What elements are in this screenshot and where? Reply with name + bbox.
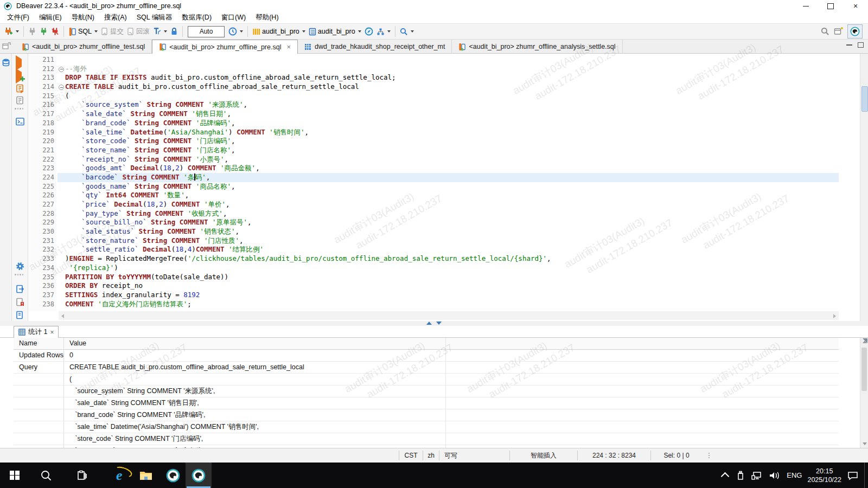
tray-chevron-up-icon[interactable] [721, 472, 730, 481]
grid-row-5[interactable]: `brand_code` String COMMENT '品牌编码', [14, 409, 839, 421]
maximize-button[interactable] [818, 0, 843, 12]
grid-row-3[interactable]: `source_system` String COMMENT '来源系统', [14, 386, 839, 397]
execute-new-tab-button[interactable] [16, 72, 25, 81]
start-button[interactable] [2, 463, 27, 488]
task-view-button[interactable] [76, 463, 88, 488]
code-line-233: 233)ENGINE = ReplicatedMergeTree('/click… [28, 254, 839, 264]
menu-item-a[interactable]: 搜索(A) [99, 12, 132, 23]
statistics-grid[interactable]: NameValueUpdated Rows0QueryCREATE TABLE … [14, 338, 839, 448]
menu-item-w[interactable]: 窗口(W) [216, 12, 251, 23]
commit-button[interactable]: 提交 [99, 26, 125, 37]
fold-margin [58, 146, 65, 155]
lock-button[interactable] [169, 26, 180, 37]
invalidate-button[interactable] [49, 26, 61, 37]
execute-script-button[interactable] [16, 84, 25, 93]
dbeaver-perspective-button[interactable] [847, 24, 863, 38]
editor-tab-3[interactable]: <audit_bi_pro> zhumr_offline_analysis_se… [452, 40, 622, 54]
rollback-button[interactable]: 回滚 [125, 26, 151, 37]
reconnect-button[interactable] [38, 26, 49, 37]
editor-tab-0[interactable]: <audit_bi_pro> zhumr_offline_test.sql [15, 40, 152, 54]
panel-sash[interactable] [0, 321, 868, 326]
menu-item-n[interactable]: 导航(N) [67, 12, 99, 23]
scrollbar-thumb[interactable] [861, 348, 867, 391]
scrollbar-thumb[interactable] [861, 86, 868, 112]
code-line-211: 211 [28, 55, 839, 65]
doc-extra-button[interactable] [16, 311, 25, 320]
editor-tab-2[interactable]: dwd_trade_hkaudit_shop_receipt_other_mt [298, 40, 452, 54]
transaction-mode-button[interactable] [151, 26, 169, 37]
database-selector[interactable]: audit_bi_pro [251, 27, 307, 37]
action-center-icon[interactable] [847, 470, 859, 481]
explain-plan-button[interactable] [16, 96, 25, 105]
restore-view-icon[interactable] [1, 41, 14, 54]
show-desktop-separator[interactable] [864, 463, 865, 488]
editor-tab-1[interactable]: <audit_bi_pro> zhumr_offline_pre.sql× [152, 40, 298, 54]
close-icon[interactable]: × [286, 43, 291, 51]
grid-col-value[interactable]: Value [64, 338, 446, 349]
grid-row-7[interactable]: `store_code` String COMMENT '门店编码', [14, 433, 839, 445]
dbeaver-taskbar-button[interactable] [166, 463, 180, 488]
scroll-down-icon[interactable] [863, 442, 867, 445]
maximize-panel-icon[interactable] [858, 42, 864, 48]
grid-row-0[interactable]: Updated Rows0 [14, 350, 839, 362]
current-line: `barcode` String COMMENT '条码', [58, 173, 839, 182]
disconnect-button[interactable] [27, 26, 38, 37]
dbeaver-active-taskbar-button[interactable] [186, 463, 212, 488]
grid-row-6[interactable]: `sale_time` Datetime('Asia/Shanghai') CO… [14, 421, 839, 433]
editor-horizontal-scrollbar[interactable] [59, 311, 839, 320]
new-connection-button[interactable] [2, 26, 21, 37]
scroll-left-icon[interactable] [61, 314, 64, 318]
grid-row-1[interactable]: QueryCREATE TABLE audit_bi_pro.custom_of… [14, 362, 839, 374]
menu-item-f[interactable]: 文件(F) [2, 12, 34, 23]
export-result-button[interactable] [16, 285, 25, 294]
sash-up-icon[interactable] [426, 322, 432, 325]
minimize-panel-icon[interactable] [846, 44, 852, 46]
navigator-sync-button[interactable] [363, 26, 375, 37]
open-perspective-icon[interactable] [834, 27, 843, 36]
execute-statement-button[interactable] [16, 59, 25, 68]
dbeaver-logo-icon [850, 27, 860, 36]
search-button[interactable] [398, 27, 416, 37]
panel-vertical-scrollbar[interactable] [860, 338, 868, 448]
minimize-button[interactable] [793, 0, 818, 12]
grid-row-2[interactable]: ( [14, 374, 839, 386]
menu-item-sql[interactable]: SQL 编辑器 [132, 12, 177, 23]
speaker-icon[interactable] [768, 470, 781, 481]
editor-vertical-scrollbar[interactable] [860, 54, 868, 321]
sash-down-icon[interactable] [436, 322, 442, 325]
fold-collapse-icon[interactable] [59, 67, 64, 72]
menu-item-d[interactable]: 数据库(D) [177, 12, 216, 23]
taskbar-clock[interactable]: 20:15 2025/10/22 [807, 467, 841, 484]
sql-editor-button[interactable]: SQL [67, 26, 99, 37]
grid-row-4[interactable]: `sale_date` String COMMENT '销售日期', [14, 397, 839, 409]
taskbar-search-button[interactable] [40, 463, 52, 488]
statistics-tab[interactable]: 统计 1 × [14, 326, 59, 338]
usb-device-icon[interactable] [736, 470, 745, 481]
language-indicator[interactable]: ENG [787, 471, 802, 479]
network-icon[interactable] [751, 470, 763, 481]
doc-warning-button[interactable] [16, 298, 25, 307]
sql-console-button[interactable] [16, 118, 25, 127]
scroll-right-icon[interactable] [833, 314, 836, 318]
code-line-body: `settle_ratio` Decimal(18,4)COMMENT '结算比… [58, 245, 839, 254]
code-text: `sale_date` String COMMENT '销售日期', [65, 110, 231, 119]
close-button[interactable]: × [843, 0, 868, 12]
sql-code-editor[interactable]: 211212--海外213DROP TABLE IF EXISTS audit_… [28, 54, 839, 311]
commit-mode-box[interactable]: Auto [188, 26, 225, 37]
schema-selector[interactable]: audit_bi_pro [307, 27, 363, 37]
file-explorer-button[interactable] [139, 463, 153, 488]
editor-settings-gear-icon[interactable] [16, 262, 25, 271]
grid-cell-value: 0 [64, 350, 446, 361]
internet-explorer-button[interactable]: e [116, 463, 123, 488]
menu-item-e[interactable]: 编辑(E) [34, 12, 67, 23]
cluster-button[interactable] [375, 27, 392, 37]
menu-item-h[interactable]: 帮助(H) [251, 12, 283, 23]
transaction-log-button[interactable] [227, 26, 245, 37]
database-navigator-icon[interactable] [2, 58, 11, 67]
quick-search-icon[interactable] [821, 27, 829, 36]
editor-tab-label: <audit_bi_pro> zhumr_offline_pre.sql [169, 43, 281, 51]
close-icon[interactable]: × [50, 329, 54, 336]
grid-col-name[interactable]: Name [14, 338, 64, 349]
clock-date: 2025/10/22 [807, 476, 841, 484]
fold-collapse-icon[interactable] [59, 85, 64, 90]
